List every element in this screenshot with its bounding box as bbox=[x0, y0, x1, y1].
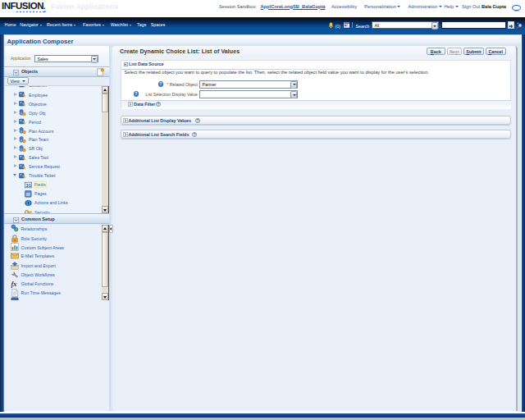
svg-text:31: 31 bbox=[25, 183, 31, 188]
svg-text:fx: fx bbox=[11, 281, 16, 288]
